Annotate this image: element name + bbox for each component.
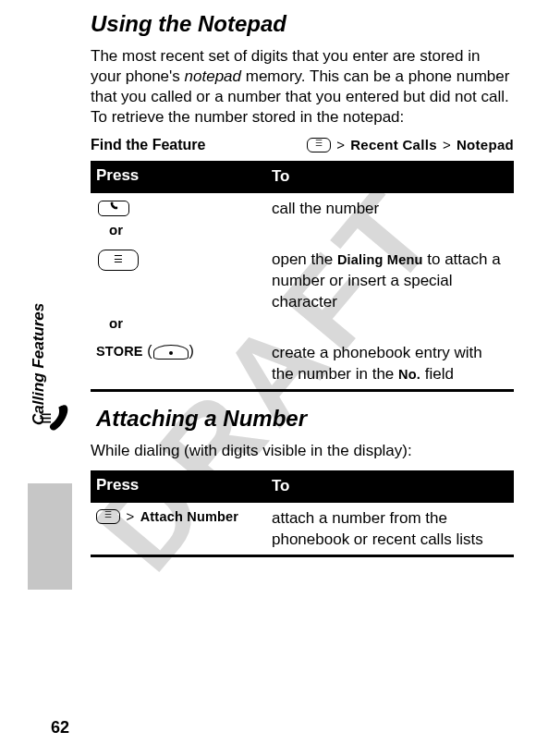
col-to: To [266,473,514,500]
table-header: Press To [91,470,514,503]
table-end-divider [91,555,514,557]
table-row-or: or [91,222,514,244]
paren-close: ) [189,343,193,359]
breadcrumb-notepad: Notepad [457,137,514,152]
row1-to: call the number [272,199,508,220]
table-header: Press To [91,161,514,193]
or-label: or [109,315,123,331]
table-row-or: or [91,315,514,337]
table-row: ☰ open the Dialing Menu to attach a numb… [91,244,514,315]
breadcrumb-gt2: > [443,137,451,152]
row3-to: create a phonebook entry with the number… [272,343,508,385]
page-content: Using the Notepad The most recent set of… [91,11,514,557]
section1-notepad-word: notepad [185,67,241,85]
col-press: Press [91,473,266,500]
row-to: attach a number from the phonebook or re… [272,508,508,551]
store-label: STORE [96,344,143,359]
or-label: or [109,222,123,238]
section1-body: The most recent set of digits that you e… [91,46,514,128]
page-number: 62 [51,718,69,738]
find-feature-label: Find the Feature [91,137,205,153]
softkey-icon [153,345,189,360]
breadcrumb: ☰ > Recent Calls > Notepad [307,137,514,153]
find-feature-line: Find the Feature ☰ > Recent Calls > Note… [91,137,514,153]
section1-table: Press To call the number or ☰ open the D… [91,161,514,392]
call-key-icon [98,201,129,216]
row3-bold: No. [398,367,420,382]
section2-title: Attaching a Number [96,406,307,432]
side-tab [28,483,72,590]
menu-key-icon: ☰ [98,250,139,271]
row2-to: open the Dialing Menu to attach a number… [272,250,508,313]
col-to: To [266,164,514,190]
row3-suffix: field [420,365,454,383]
table-row: ☰ > Attach Number attach a number from t… [91,503,514,553]
gt: > [126,508,134,524]
attach-number-label: Attach Number [140,509,239,524]
table-row: STORE () create a phonebook entry with t… [91,337,514,387]
table-row: call the number [91,193,514,222]
row2-bold: Dialing Menu [337,252,423,267]
section2-table: Press To ☰ > Attach Number attach a numb… [91,470,514,557]
menu-key-icon: ☰ [307,138,331,152]
phone-section-icon [33,397,78,434]
menu-key-icon: ☰ [96,509,120,524]
section1-title: Using the Notepad [91,11,514,37]
paren-open: ( [143,343,152,359]
col-press: Press [91,164,266,190]
row2-prefix: open the [272,250,337,268]
breadcrumb-gt1: > [336,137,345,152]
section2-body: While dialing (with digits visible in th… [91,441,514,461]
breadcrumb-recent-calls: Recent Calls [350,137,437,152]
